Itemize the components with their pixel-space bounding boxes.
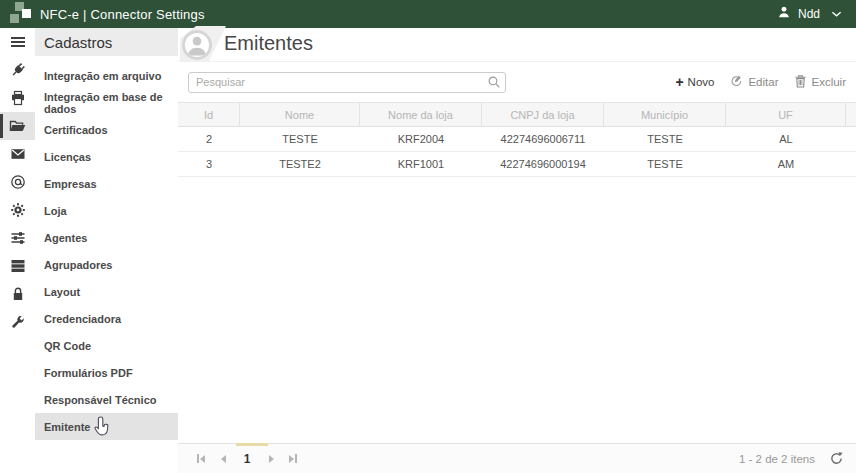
app-title: NFC-e | Connector Settings: [40, 7, 205, 22]
table-row[interactable]: 3 TESTE2 KRF1001 42274696000194 TESTE AM: [178, 152, 856, 177]
chevron-down-icon: [831, 10, 842, 18]
sidebar-item-layout[interactable]: Layout: [35, 278, 178, 305]
printer-icon[interactable]: [0, 84, 35, 112]
sidebar-menu: Integração em arquivo Integração em base…: [35, 56, 178, 440]
sidebar-item-licencas[interactable]: Licenças: [35, 143, 178, 170]
cell-nome: TESTE: [240, 127, 360, 151]
pager-info: 1 - 2 de 2 itens: [739, 453, 815, 465]
gear-icon[interactable]: [0, 196, 35, 224]
editar-button[interactable]: Editar: [730, 74, 778, 90]
cell-id: 3: [178, 152, 240, 176]
plug-icon[interactable]: [0, 56, 35, 84]
app-logo: [4, 0, 34, 28]
sidebar-item-loja[interactable]: Loja: [35, 197, 178, 224]
page-header: Emitentes: [178, 28, 856, 62]
folder-open-icon[interactable]: [0, 112, 35, 140]
sidebar-item-empresas[interactable]: Empresas: [35, 170, 178, 197]
sidebar-header: Cadastros: [35, 28, 178, 56]
sidebar-item-emitente[interactable]: Emitente: [35, 413, 178, 440]
cell-id: 2: [178, 127, 240, 151]
page-title: Emitentes: [224, 32, 313, 55]
user-icon: [777, 5, 791, 23]
column-header-nome-da-loja[interactable]: Nome da loja: [360, 103, 482, 126]
cell-nome-da-loja: KRF1001: [360, 152, 482, 176]
sliders-icon[interactable]: [0, 224, 35, 252]
at-icon[interactable]: [0, 168, 35, 196]
column-header-cnpj-da-loja[interactable]: CNPJ da loja: [482, 103, 604, 126]
table-row[interactable]: 2 TESTE KRF2004 42274696006711 TESTE AL: [178, 127, 856, 152]
sidebar-item-responsavel-tecnico[interactable]: Responsável Técnico: [35, 386, 178, 413]
topbar: NFC-e | Connector Settings Ndd: [0, 0, 856, 28]
sidebar-item-credenciadora[interactable]: Credenciadora: [35, 305, 178, 332]
cell-municipio: TESTE: [604, 152, 726, 176]
cell-nome: TESTE2: [240, 152, 360, 176]
first-page-button[interactable]: [190, 448, 212, 470]
last-page-button[interactable]: [282, 448, 304, 470]
page-number[interactable]: 1: [234, 452, 260, 466]
sidebar-item-formularios-pdf[interactable]: Formulários PDF: [35, 359, 178, 386]
user-name: Ndd: [798, 7, 820, 21]
column-header-nome[interactable]: Nome: [240, 103, 360, 126]
edit-icon: [730, 74, 744, 90]
sidebar-item-agentes[interactable]: Agentes: [35, 224, 178, 251]
column-header-id[interactable]: Id: [178, 103, 240, 126]
wrench-icon[interactable]: [0, 308, 35, 336]
user-menu[interactable]: Ndd: [777, 5, 842, 23]
lock-icon[interactable]: [0, 280, 35, 308]
sidebar: Cadastros Integração em arquivo Integraç…: [35, 28, 178, 473]
cell-uf: AL: [726, 127, 846, 151]
menu-icon[interactable]: [0, 28, 35, 56]
emitente-avatar-icon: [182, 30, 212, 60]
plus-icon: +: [675, 75, 683, 89]
search-icon[interactable]: [487, 75, 501, 93]
column-header-spacer: [846, 103, 856, 126]
cell-cnpj: 42274696006711: [482, 127, 604, 151]
sidebar-item-agrupadores[interactable]: Agrupadores: [35, 251, 178, 278]
pager: 1 1 - 2 de 2 itens: [178, 443, 856, 473]
cell-cnpj: 42274696000194: [482, 152, 604, 176]
trash-icon-button[interactable]: Excluir: [794, 74, 846, 90]
refresh-icon[interactable]: [829, 451, 844, 466]
novo-button[interactable]: + Novo: [675, 75, 714, 89]
next-page-button[interactable]: [260, 448, 282, 470]
sidebar-item-certificados[interactable]: Certificados: [35, 116, 178, 143]
sidebar-item-integracao-base-dados[interactable]: Integração em base de dados: [35, 89, 178, 116]
cell-nome-da-loja: KRF2004: [360, 127, 482, 151]
envelope-icon[interactable]: [0, 140, 35, 168]
server-icon[interactable]: [0, 252, 35, 280]
trash-icon: [794, 74, 807, 90]
main-content: Emitentes + Novo Editar: [178, 28, 856, 473]
toolbar: + Novo Editar Excluir: [178, 62, 856, 102]
pager-selected-accent: [236, 443, 268, 446]
sidebar-item-qr-code[interactable]: QR Code: [35, 332, 178, 359]
table-header-row: Id Nome Nome da loja CNPJ da loja Municí…: [178, 103, 856, 127]
column-header-uf[interactable]: UF: [726, 103, 846, 126]
sidebar-item-integracao-arquivo[interactable]: Integração em arquivo: [35, 62, 178, 89]
emitentes-table: Id Nome Nome da loja CNPJ da loja Municí…: [178, 102, 856, 177]
search-input[interactable]: [188, 72, 506, 93]
column-header-municipio[interactable]: Município: [604, 103, 726, 126]
cell-municipio: TESTE: [604, 127, 726, 151]
cell-uf: AM: [726, 152, 846, 176]
icon-rail: [0, 28, 35, 473]
prev-page-button[interactable]: [212, 448, 234, 470]
